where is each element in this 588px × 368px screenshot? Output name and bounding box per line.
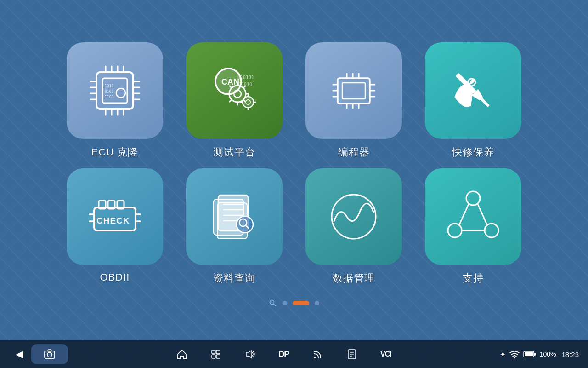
pagination-dot-active[interactable] (293, 301, 309, 305)
app-label-datamgmt: 数据管理 (333, 271, 375, 285)
app-label-quickfix: 快修保养 (452, 145, 494, 159)
svg-point-79 (332, 195, 376, 239)
dp-button[interactable]: DP (274, 344, 294, 364)
wifi-icon (509, 350, 520, 358)
svg-line-33 (230, 100, 232, 102)
app-icon-test: CAN 010101 101010 (186, 42, 283, 139)
app-icon-datamgmt (305, 168, 402, 265)
svg-point-76 (237, 216, 253, 233)
svg-text:101010: 101010 (236, 82, 252, 87)
app-label-ecu: ECU 克隆 (91, 145, 139, 159)
svg-rect-103 (525, 352, 533, 356)
svg-rect-90 (48, 350, 51, 351)
svg-line-83 (459, 204, 469, 224)
svg-rect-104 (534, 353, 536, 356)
svg-point-101 (514, 357, 515, 359)
svg-text:0101: 0101 (105, 90, 113, 94)
pagination-dot-1[interactable] (283, 301, 287, 305)
app-item-programmer[interactable]: 编程器 (305, 42, 402, 159)
doc-button[interactable] (342, 344, 362, 364)
svg-text:CHECK: CHECK (96, 216, 130, 225)
taskbar-left: ◀ (9, 344, 68, 364)
app-item-datamgmt[interactable]: 数据管理 (305, 168, 402, 285)
app-icon-ecu: 1010 0101 1100 (67, 42, 163, 139)
pagination (269, 299, 319, 307)
app-icon-obdii: CHECK (67, 168, 163, 265)
app-icon-support (425, 168, 521, 265)
taskbar-right: ✦ 100% 18:23 (500, 350, 579, 359)
app-item-quickfix[interactable]: 快修保养 (425, 42, 521, 159)
screenshot-button[interactable] (31, 344, 68, 364)
svg-rect-94 (216, 355, 220, 358)
app-label-dataquery: 资料查询 (213, 271, 255, 285)
app-item-test[interactable]: CAN 010101 101010 测试平台 (186, 42, 283, 159)
svg-text:1100: 1100 (105, 95, 113, 99)
app-label-support: 支持 (463, 271, 484, 285)
svg-rect-43 (342, 83, 365, 99)
app-label-programmer: 编程器 (338, 145, 370, 159)
app-grid: 1010 0101 1100 ECU 克隆 CAN 0101 (57, 33, 531, 294)
back-button[interactable]: ◀ (9, 344, 29, 364)
svg-line-84 (478, 204, 487, 224)
app-item-dataquery[interactable]: 资料查询 (186, 168, 283, 285)
svg-point-81 (448, 224, 462, 237)
recents-button[interactable] (206, 344, 226, 364)
svg-point-96 (314, 356, 316, 358)
svg-point-21 (116, 88, 125, 98)
bluetooth-icon: ✦ (500, 350, 506, 359)
svg-rect-92 (216, 350, 220, 354)
taskbar: ◀ (0, 340, 588, 368)
home-button[interactable] (172, 344, 192, 364)
svg-point-89 (47, 352, 52, 357)
svg-text:010101: 010101 (237, 75, 254, 80)
vci-button[interactable]: VCI (376, 344, 396, 364)
app-item-support[interactable]: 支持 (425, 168, 521, 285)
clock: 18:23 (561, 351, 579, 358)
battery-icon (523, 351, 536, 358)
svg-point-34 (243, 97, 254, 108)
svg-point-80 (466, 191, 480, 205)
svg-line-87 (274, 304, 276, 306)
svg-point-86 (270, 300, 274, 305)
svg-rect-58 (480, 97, 490, 107)
svg-marker-95 (246, 351, 251, 358)
svg-rect-91 (212, 350, 215, 354)
svg-rect-93 (212, 355, 215, 358)
svg-text:1010: 1010 (105, 84, 113, 88)
app-label-test: 测试平台 (213, 145, 255, 159)
svg-point-82 (485, 224, 498, 237)
pagination-search-icon[interactable] (269, 299, 277, 307)
pagination-dot-3[interactable] (315, 301, 319, 305)
app-item-ecu[interactable]: 1010 0101 1100 ECU 克隆 (67, 42, 163, 159)
app-icon-programmer (305, 42, 402, 139)
rss-button[interactable] (308, 344, 328, 364)
taskbar-center: DP VCI (68, 344, 500, 364)
app-item-obdii[interactable]: CHECK OBDII (67, 168, 163, 285)
main-content: 1010 0101 1100 ECU 克隆 CAN 0101 (0, 0, 588, 340)
battery-percent: 100% (540, 351, 556, 358)
volume-button[interactable] (240, 344, 260, 364)
app-icon-dataquery (186, 168, 283, 265)
app-label-obdii: OBDII (100, 271, 130, 283)
app-icon-quickfix (425, 42, 521, 139)
